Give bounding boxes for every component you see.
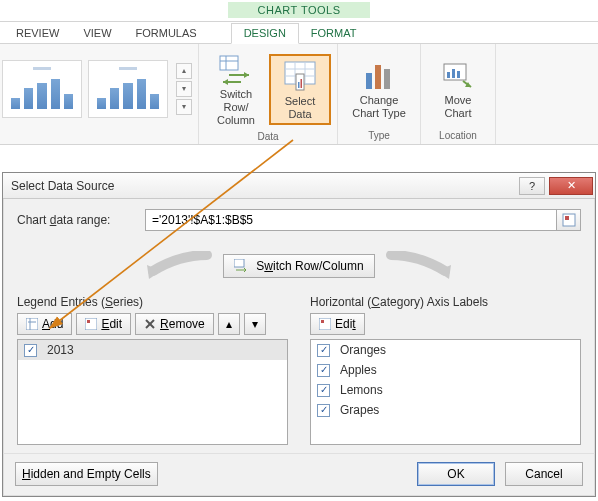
svg-rect-9	[298, 82, 300, 88]
svg-rect-26	[87, 320, 90, 323]
svg-rect-0	[220, 56, 238, 70]
arrow-right-icon	[385, 251, 469, 281]
svg-rect-25	[85, 318, 97, 330]
chart-tools-contextual-tab: CHART TOOLS	[0, 0, 598, 22]
switch-icon	[234, 259, 250, 273]
move-series-down-button[interactable]: ▾	[244, 313, 266, 335]
change-chart-type-icon	[362, 59, 396, 91]
chart-data-range-label: Chart data range:	[17, 213, 145, 227]
list-item[interactable]: ✓Oranges	[311, 340, 580, 360]
svg-rect-8	[296, 74, 304, 90]
cancel-button[interactable]: Cancel	[505, 462, 583, 486]
category-label: Apples	[340, 363, 377, 377]
group-caption-data: Data	[257, 130, 278, 143]
group-type: ChangeChart Type Type	[338, 44, 421, 144]
group-data: Switch Row/Column	[199, 44, 338, 144]
svg-rect-12	[366, 73, 372, 89]
tab-design[interactable]: DESIGN	[231, 23, 299, 44]
chart-style-scroll-up-icon[interactable]: ▴	[176, 63, 192, 79]
switch-row-column-row: Switch Row/Column	[17, 251, 581, 281]
select-data-icon	[283, 60, 317, 92]
switch-row-column-dialog-button[interactable]: Switch Row/Column	[223, 254, 374, 278]
axis-labels-listbox[interactable]: ✓Oranges✓Apples✓Lemons✓Grapes	[310, 339, 581, 445]
ribbon-groups: ▴ ▾ ▾	[0, 44, 598, 144]
range-selector-icon	[562, 213, 576, 227]
group-location: MoveChart Location	[421, 44, 496, 144]
category-label: Lemons	[340, 383, 383, 397]
chart-style-more-icon[interactable]: ▾	[176, 99, 192, 115]
move-chart-button[interactable]: MoveChart	[427, 54, 489, 123]
ribbon-tabs: REVIEW VIEW FORMULAS DESIGN FORMAT	[0, 22, 598, 44]
add-icon	[26, 318, 38, 330]
select-data-button[interactable]: SelectData	[269, 54, 331, 125]
edit-series-button[interactable]: Edit	[76, 313, 131, 335]
svg-rect-17	[452, 69, 455, 78]
checkbox[interactable]: ✓	[317, 344, 330, 357]
legend-entries-section: Legend Entries (Series) Add Edit Remove	[17, 295, 288, 445]
series-label: 2013	[47, 343, 74, 357]
series-listbox[interactable]: ✓ 2013	[17, 339, 288, 445]
chart-style-2[interactable]	[88, 60, 168, 118]
category-label: Grapes	[340, 403, 379, 417]
tab-view[interactable]: VIEW	[71, 24, 123, 43]
chevron-up-icon: ▴	[226, 317, 232, 331]
arrow-left-icon	[129, 251, 213, 281]
dialog-footer: Hidden and Empty Cells OK Cancel	[3, 453, 595, 496]
svg-rect-10	[301, 79, 303, 88]
group-caption-location: Location	[439, 129, 477, 142]
checkbox[interactable]: ✓	[317, 384, 330, 397]
tab-format[interactable]: FORMAT	[299, 24, 369, 43]
svg-rect-29	[319, 318, 331, 330]
switch-row-column-button[interactable]: Switch Row/Column	[205, 48, 267, 130]
checkbox[interactable]: ✓	[24, 344, 37, 357]
checkbox[interactable]: ✓	[317, 364, 330, 377]
chart-data-range-row: Chart data range:	[17, 209, 581, 231]
svg-rect-22	[26, 318, 38, 330]
svg-rect-20	[565, 216, 569, 220]
select-data-source-dialog: Select Data Source ? ✕ Chart data range:	[2, 172, 596, 497]
edit-axis-labels-button[interactable]: Edit	[310, 313, 365, 335]
chart-style-scroll-down-icon[interactable]: ▾	[176, 81, 192, 97]
chart-style-1[interactable]	[2, 60, 82, 118]
group-caption-chart-styles	[95, 129, 98, 142]
help-button[interactable]: ?	[519, 177, 545, 195]
svg-rect-16	[447, 72, 450, 78]
legend-entries-title: Legend Entries (Series)	[17, 295, 288, 309]
chevron-down-icon: ▾	[252, 317, 258, 331]
list-item[interactable]: ✓Apples	[311, 360, 580, 380]
move-series-up-button[interactable]: ▴	[218, 313, 240, 335]
range-selector-button[interactable]	[557, 209, 581, 231]
category-label: Oranges	[340, 343, 386, 357]
change-chart-type-button[interactable]: ChangeChart Type	[344, 54, 414, 123]
close-icon: ✕	[567, 179, 576, 192]
hidden-empty-cells-button[interactable]: Hidden and Empty Cells	[15, 462, 158, 486]
remove-icon	[144, 318, 156, 330]
checkbox[interactable]: ✓	[317, 404, 330, 417]
list-item[interactable]: ✓Grapes	[311, 400, 580, 420]
tab-review[interactable]: REVIEW	[4, 24, 71, 43]
svg-rect-18	[457, 71, 460, 78]
svg-rect-13	[375, 65, 381, 89]
chart-data-range-input[interactable]	[145, 209, 557, 231]
svg-rect-14	[384, 69, 390, 89]
list-item[interactable]: ✓Lemons	[311, 380, 580, 400]
ok-button[interactable]: OK	[417, 462, 495, 486]
dialog-titlebar[interactable]: Select Data Source ? ✕	[3, 173, 595, 199]
svg-rect-30	[321, 320, 324, 323]
edit-icon	[85, 318, 97, 330]
tab-formulas[interactable]: FORMULAS	[124, 24, 209, 43]
remove-series-button[interactable]: Remove	[135, 313, 214, 335]
axis-labels-section: Horizontal (Category) Axis Labels Edit ✓…	[310, 295, 581, 445]
group-caption-type: Type	[368, 129, 390, 142]
add-series-button[interactable]: Add	[17, 313, 72, 335]
list-item[interactable]: ✓ 2013	[18, 340, 287, 360]
axis-labels-title: Horizontal (Category) Axis Labels	[310, 295, 581, 309]
dialog-title: Select Data Source	[11, 179, 114, 193]
move-chart-icon	[441, 59, 475, 91]
switch-row-column-icon	[219, 53, 253, 85]
ribbon: CHART TOOLS REVIEW VIEW FORMULAS DESIGN …	[0, 0, 598, 145]
help-icon: ?	[529, 180, 535, 192]
chart-style-scroll: ▴ ▾ ▾	[176, 63, 192, 115]
close-button[interactable]: ✕	[549, 177, 593, 195]
group-chart-styles: ▴ ▾ ▾	[0, 44, 199, 144]
